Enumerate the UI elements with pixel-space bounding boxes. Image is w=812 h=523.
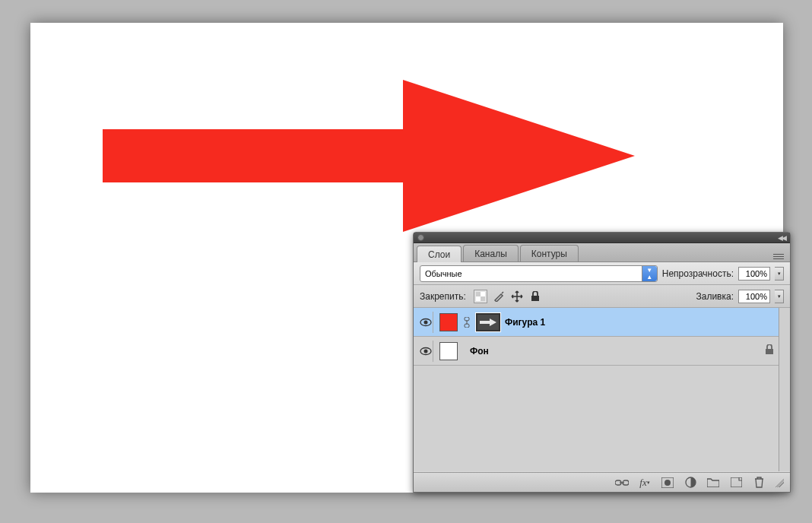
options-row-1: Обычные ▼▲ Непрозрачность: 100% ▾ — [414, 262, 790, 285]
layer-row[interactable]: Фон — [414, 337, 779, 366]
layer-thumbnail[interactable] — [439, 342, 458, 360]
svg-point-12 — [423, 349, 427, 353]
svg-marker-0 — [103, 80, 635, 232]
fill-value: 100% — [746, 292, 767, 301]
tab-paths[interactable]: Контуры — [520, 245, 579, 262]
panel-titlebar[interactable]: ◀◀ — [414, 233, 790, 243]
arrow-shape[interactable] — [103, 80, 635, 232]
scrollbar[interactable] — [779, 308, 790, 471]
new-layer-icon[interactable] — [729, 476, 743, 490]
options-row-2: Закрепить: Заливка: 100% ▾ — [414, 285, 790, 308]
layers-panel: ◀◀ Слои Каналы Контуры Обычные ▼▲ Непроз… — [413, 232, 791, 493]
tab-label: Каналы — [474, 249, 507, 259]
fx-icon[interactable]: fx▾ — [638, 476, 652, 490]
link-icon[interactable] — [462, 317, 471, 328]
chevron-down-icon[interactable]: ▾ — [775, 267, 784, 281]
svg-rect-13 — [766, 349, 773, 354]
svg-rect-3 — [481, 296, 485, 301]
tab-layers[interactable]: Слои — [417, 246, 462, 262]
svg-rect-20 — [731, 477, 742, 487]
fill-label: Заливка: — [696, 291, 734, 302]
opacity-input[interactable]: 100% — [738, 267, 770, 281]
fill-input[interactable]: 100% — [738, 290, 770, 303]
panel-menu-icon[interactable] — [773, 251, 784, 262]
tab-label: Контуры — [531, 249, 567, 259]
tab-channels[interactable]: Каналы — [463, 245, 519, 262]
blend-mode-value: Обычные — [425, 269, 462, 278]
panel-footer: fx▾ — [414, 472, 790, 492]
lock-position-icon[interactable] — [510, 290, 524, 303]
svg-marker-10 — [480, 319, 496, 326]
visibility-toggle[interactable] — [418, 312, 433, 333]
layer-row[interactable]: Фигура 1 — [414, 308, 779, 337]
svg-rect-2 — [476, 292, 481, 296]
tab-label: Слои — [428, 249, 450, 260]
resize-handle[interactable] — [775, 478, 784, 487]
layers-list: Фигура 1 Фон — [414, 308, 790, 471]
mask-icon[interactable] — [661, 476, 674, 490]
layer-thumbnail[interactable] — [439, 313, 458, 331]
lock-all-icon[interactable] — [528, 290, 542, 303]
svg-point-6 — [423, 320, 427, 324]
chevron-down-icon[interactable]: ▾ — [775, 290, 784, 303]
adjustment-icon[interactable] — [684, 476, 697, 490]
blend-mode-select[interactable]: Обычные ▼▲ — [420, 265, 658, 282]
chevron-down-icon: ▼▲ — [642, 266, 657, 281]
layer-name[interactable]: Фон — [470, 346, 489, 357]
layer-name[interactable]: Фигура 1 — [505, 317, 545, 328]
visibility-toggle[interactable] — [418, 341, 433, 362]
panel-tabs: Слои Каналы Контуры — [414, 243, 790, 262]
trash-icon[interactable] — [752, 476, 766, 490]
group-icon[interactable] — [706, 476, 720, 490]
lock-pixels-icon[interactable] — [492, 290, 506, 303]
opacity-label: Непрозрачность: — [662, 268, 734, 279]
svg-point-18 — [665, 480, 671, 486]
lock-transparency-icon[interactable] — [474, 290, 487, 303]
lock-icon — [765, 344, 774, 357]
lock-label: Закрепить: — [420, 291, 466, 302]
opacity-value: 100% — [746, 269, 767, 278]
svg-rect-4 — [531, 296, 539, 301]
vector-mask-thumbnail[interactable] — [476, 313, 500, 331]
close-icon[interactable] — [417, 234, 424, 241]
link-layers-icon[interactable] — [615, 476, 629, 490]
collapse-icon[interactable]: ◀◀ — [778, 234, 785, 242]
